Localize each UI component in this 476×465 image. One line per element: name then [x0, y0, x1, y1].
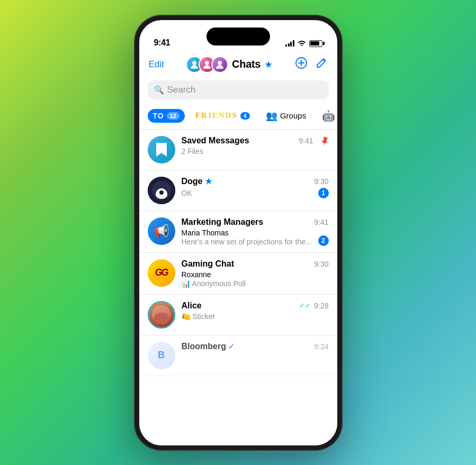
new-chat-button[interactable]: [295, 57, 308, 72]
avatar-gaming: GG: [148, 259, 175, 287]
gaming-preview: 📊 Anonymous Poll: [182, 279, 246, 288]
avatar-alice-wrapper: [148, 301, 175, 329]
header-avatar-3: [211, 56, 228, 73]
avatar-alice: [149, 302, 174, 327]
header: Edit Chats ★: [139, 52, 337, 78]
tab-robot[interactable]: 🤖: [317, 107, 337, 125]
svg-point-2: [218, 61, 222, 65]
chat-row1-doge: Doge ★ 9:30: [182, 177, 329, 186]
chat-name-saved: Saved Messages: [182, 136, 249, 145]
chat-time-saved: 9:41: [299, 136, 313, 145]
tab-groups[interactable]: 👥 Groups: [261, 107, 311, 124]
chat-row1-alice: Alice ✓✓ 9:28: [182, 301, 329, 311]
avatar-marketing: 📢: [148, 217, 175, 245]
tab-friends-badge: 4: [240, 112, 250, 120]
chat-row2-marketing: Maria Thomas Here's a new set of project…: [182, 229, 329, 246]
marketing-sender: Maria Thomas: [182, 229, 312, 237]
groups-emoji-icon: 👥: [266, 110, 277, 122]
chat-content-alice: Alice ✓✓ 9:28 🍋 Sticker: [182, 301, 329, 321]
robot-emoji-icon: 🤖: [322, 110, 335, 122]
marketing-details: Maria Thomas Here's a new set of project…: [182, 229, 312, 246]
chat-item-saved[interactable]: Saved Messages 9:41 📌 2 Files: [139, 130, 337, 170]
chat-content-marketing: Marketing Managers 9:41 Maria Thomas Her…: [182, 217, 329, 246]
alice-time-row: ✓✓ 9:28: [299, 302, 328, 310]
battery-fill: [310, 41, 319, 45]
avatar-saved-messages: [148, 136, 175, 163]
gaming-details: Roxanne 📊 Anonymous Poll: [182, 270, 246, 288]
search-container: 🔍 Search: [139, 78, 337, 105]
svg-point-0: [192, 61, 196, 65]
phone-content: Edit Chats ★: [139, 52, 337, 445]
chat-item-gaming[interactable]: GG Gaming Chat 9:30 Roxanne 📊 Anonymous …: [139, 253, 337, 295]
header-star-icon: ★: [264, 59, 273, 70]
chat-time-gaming: 9:30: [314, 260, 328, 268]
tab-to-badge: 12: [167, 112, 179, 120]
chat-row1-marketing: Marketing Managers 9:41: [182, 217, 329, 227]
chat-name-marketing: Marketing Managers: [182, 217, 264, 227]
chat-badge-doge: 1: [318, 188, 329, 198]
edit-button[interactable]: Edit: [149, 59, 164, 70]
search-placeholder: Search: [167, 85, 196, 95]
doge-face: [148, 177, 175, 204]
chat-name-gaming: Gaming Chat: [182, 259, 235, 269]
pin-icon-saved: 📌: [318, 134, 330, 146]
chat-time-marketing: 9:41: [314, 218, 328, 226]
chat-row1-bloomberg: Bloomberg ✓ 9:24: [182, 342, 329, 351]
signal-bar-2: [288, 43, 290, 47]
chat-content-gaming: Gaming Chat 9:30 Roxanne 📊 Anonymous Pol…: [182, 259, 329, 288]
tab-to-label: TO: [153, 112, 164, 120]
chat-row1-gaming: Gaming Chat 9:30: [182, 259, 329, 269]
chat-item-doge[interactable]: Doge ★ 9:30 OK 1: [139, 170, 337, 211]
doge-star-icon: ★: [205, 177, 212, 186]
header-title: Chats: [232, 58, 261, 70]
marketing-preview: Here's a new set of projections for the.…: [182, 238, 312, 246]
status-time: 9:41: [154, 38, 170, 48]
chat-name-doge: Doge ★: [182, 177, 212, 186]
chat-preview-alice: 🍋 Sticker: [182, 312, 329, 321]
avatar-doge: [148, 177, 175, 204]
chat-row2-doge: OK 1: [182, 188, 329, 198]
dynamic-island: [206, 28, 270, 45]
status-icons: [285, 40, 322, 48]
signal-bars-icon: [285, 40, 294, 47]
gaming-sender: Roxanne: [182, 270, 246, 279]
chat-row2-saved: 2 Files: [182, 147, 329, 156]
chat-item-bloomberg[interactable]: B Bloomberg ✓ 9:24: [139, 335, 337, 376]
chat-preview-saved: 2 Files: [182, 147, 329, 156]
chat-content-saved: Saved Messages 9:41 📌 2 Files: [182, 136, 329, 156]
double-checkmark-icon: ✓✓: [299, 302, 311, 309]
header-actions: [295, 57, 328, 72]
phone-frame: 9:41 Edit: [135, 16, 342, 450]
chat-time-alice: 9:28: [314, 302, 328, 310]
chat-row1-saved: Saved Messages 9:41 📌: [182, 136, 329, 145]
signal-bar-1: [285, 44, 287, 47]
chat-name-bloomberg: Bloomberg ✓: [182, 342, 235, 351]
header-avatars: [186, 56, 228, 73]
tab-friends-label: FRIENDS: [195, 111, 238, 120]
chat-time-doge: 9:30: [314, 177, 328, 186]
compose-button[interactable]: [315, 57, 328, 72]
svg-point-1: [205, 61, 209, 65]
chat-item-marketing[interactable]: 📢 Marketing Managers 9:41 Maria Thomas H…: [139, 211, 337, 253]
megaphone-icon: 📢: [154, 224, 169, 239]
tab-to[interactable]: TO 12: [148, 109, 185, 123]
chat-preview-doge: OK: [182, 189, 315, 197]
tab-friends[interactable]: FRIENDS 4: [190, 108, 255, 123]
chat-badge-marketing: 2: [318, 235, 329, 246]
chat-row2-alice: 🍋 Sticker: [182, 312, 329, 321]
bloomberg-verified-icon: ✓: [228, 342, 235, 351]
chat-name-alice: Alice: [182, 301, 202, 311]
chat-list: Saved Messages 9:41 📌 2 Files: [139, 130, 337, 376]
chat-content-bloomberg: Bloomberg ✓ 9:24: [182, 342, 329, 353]
chat-time-bloomberg: 9:24: [314, 342, 328, 351]
filter-tabs: TO 12 FRIENDS 4 👥 Groups 🤖: [139, 105, 337, 130]
chat-row2-gaming: Roxanne 📊 Anonymous Poll: [182, 270, 329, 288]
battery-icon: [309, 40, 322, 47]
chat-item-alice[interactable]: Alice ✓✓ 9:28 🍋 Sticker: [139, 295, 337, 335]
signal-bar-4: [293, 40, 294, 47]
search-bar[interactable]: 🔍 Search: [148, 80, 329, 99]
tab-groups-label: Groups: [280, 111, 306, 120]
header-center: Chats ★: [186, 56, 273, 73]
chat-content-doge: Doge ★ 9:30 OK 1: [182, 177, 329, 198]
search-icon: 🔍: [154, 85, 164, 95]
